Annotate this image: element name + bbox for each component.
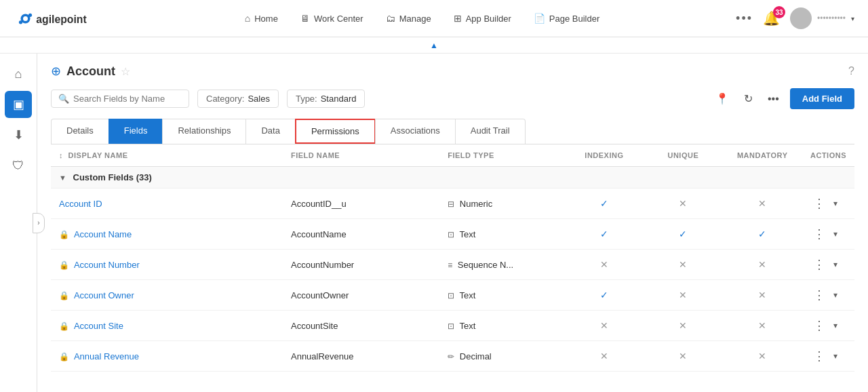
help-icon[interactable]: ? xyxy=(848,65,854,77)
section-toggle-icon[interactable]: ▼ xyxy=(59,174,66,182)
row-expand-button[interactable]: ▾ xyxy=(831,258,840,271)
svg-point-2 xyxy=(28,13,32,16)
field-name-cell: AnnualRevenue xyxy=(283,341,439,372)
col-unique: UNIQUE xyxy=(644,144,722,167)
nav-app-builder[interactable]: ⊞ App Builder xyxy=(444,9,521,28)
actions-cell: ⋮ ▾ xyxy=(802,250,854,280)
col-mandatory: MANDATORY xyxy=(722,144,802,167)
tab-details[interactable]: Details xyxy=(51,119,109,144)
nav-page-builder[interactable]: 📄 Page Builder xyxy=(524,9,609,28)
display-name-cell: 🔒 Account Name xyxy=(51,219,283,250)
page-builder-icon: 📄 xyxy=(534,13,545,24)
nav-more-button[interactable]: ••• xyxy=(736,12,753,26)
tab-audit-trail[interactable]: Audit Trail xyxy=(455,119,526,144)
sidebar-item-download[interactable]: ⬇ xyxy=(5,121,32,149)
account-owner-link[interactable]: Account Owner xyxy=(74,290,134,300)
search-wrap: 🔍 xyxy=(51,90,189,108)
x-icon: ✕ xyxy=(600,320,608,331)
unique-cell: ✕ xyxy=(644,311,722,341)
row-expand-button[interactable]: ▾ xyxy=(831,350,840,362)
search-icon: 🔍 xyxy=(58,94,69,104)
row-more-button[interactable]: ⋮ xyxy=(810,225,828,243)
user-menu[interactable]: •••••••••• ▾ xyxy=(790,7,854,29)
type-value: Standard xyxy=(321,94,357,104)
col-field-name: FIELD NAME xyxy=(283,144,439,167)
notifications-bell[interactable]: 🔔 33 xyxy=(763,10,780,26)
sidebar-item-fields[interactable]: ▣ xyxy=(5,91,32,118)
tab-associations[interactable]: Associations xyxy=(375,119,456,144)
unique-cell: ✕ xyxy=(644,250,722,280)
row-more-button[interactable]: ⋮ xyxy=(810,286,828,304)
display-name-cell: 🔒 Account Site xyxy=(51,311,283,341)
category-label: Category: xyxy=(206,94,244,104)
display-name-cell: 🔒 Account Number xyxy=(51,250,283,280)
account-site-link[interactable]: Account Site xyxy=(74,321,123,331)
account-name-link[interactable]: Account Name xyxy=(74,229,132,239)
row-expand-button[interactable]: ▾ xyxy=(831,289,840,301)
avatar xyxy=(790,7,812,29)
tab-data[interactable]: Data xyxy=(245,119,295,144)
main-layout: ⌂ ▣ ⬇ 🛡 › ⊕ Account ☆ ? 🔍 xyxy=(0,54,868,392)
indexing-cell: ✕ xyxy=(565,341,644,372)
unique-cell: ✕ xyxy=(644,341,722,372)
toolbar: 🔍 Category: Sales Type: Standard 📍 ↻ •••… xyxy=(51,88,854,109)
refresh-button[interactable]: ↻ xyxy=(740,90,757,108)
row-expand-button[interactable]: ▾ xyxy=(831,228,840,240)
indexing-cell: ✓ xyxy=(565,219,644,250)
section-label: Custom Fields (33) xyxy=(73,172,152,182)
sidebar-item-shield[interactable]: 🛡 xyxy=(5,152,32,179)
x-icon: ✕ xyxy=(679,259,687,270)
field-type-cell: ⊡ Text xyxy=(439,219,564,250)
nav-page-builder-label: Page Builder xyxy=(549,14,599,24)
sidebar-item-home[interactable]: ⌂ xyxy=(5,60,32,87)
nav-manage[interactable]: 🗂 Manage xyxy=(376,9,441,28)
row-expand-button[interactable]: ▾ xyxy=(831,197,840,210)
mandatory-cell: ✕ xyxy=(722,189,802,219)
sidebar-collapse-button[interactable]: › xyxy=(33,213,45,233)
tab-permissions[interactable]: Permissions xyxy=(295,119,376,144)
annual-revenue-link[interactable]: Annual Revenue xyxy=(74,351,139,361)
category-filter[interactable]: Category: Sales xyxy=(197,90,279,108)
page-header: ⊕ Account ☆ ? xyxy=(51,64,854,79)
nav-home[interactable]: ⌂ Home xyxy=(235,9,288,28)
logo[interactable]: agilepoint xyxy=(14,7,108,31)
page-title-area: ⊕ Account ☆ xyxy=(51,64,130,79)
chevron-down-icon: ▾ xyxy=(851,15,854,22)
favorite-star-icon[interactable]: ☆ xyxy=(121,65,130,78)
row-expand-button[interactable]: ▾ xyxy=(831,319,840,332)
main-content: ⊕ Account ☆ ? 🔍 Category: Sales Type: St… xyxy=(37,54,868,392)
add-field-button[interactable]: Add Field xyxy=(790,88,854,109)
actions-cell: ⋮ ▾ xyxy=(802,341,854,372)
account-id-link[interactable]: Account ID xyxy=(59,199,102,209)
collapse-bar[interactable]: ▲ xyxy=(0,37,868,54)
display-name-cell: Account ID xyxy=(51,189,283,219)
check-icon: ✓ xyxy=(679,229,687,239)
check-icon: ✓ xyxy=(600,198,608,209)
sort-icon[interactable]: ↕ xyxy=(59,151,63,159)
page-type-icon: ⊕ xyxy=(51,64,61,79)
numeric-icon: ⊟ xyxy=(448,199,454,209)
nav-app-builder-label: App Builder xyxy=(466,14,511,24)
check-icon: ✓ xyxy=(600,229,608,239)
row-more-button[interactable]: ⋮ xyxy=(810,317,828,334)
location-button[interactable]: 📍 xyxy=(711,90,733,108)
type-filter[interactable]: Type: Standard xyxy=(287,90,366,108)
nav-work-center[interactable]: 🖥 Work Center xyxy=(291,9,373,28)
row-more-button[interactable]: ⋮ xyxy=(810,256,828,273)
account-number-link[interactable]: Account Number xyxy=(74,260,140,270)
search-input[interactable] xyxy=(73,94,182,104)
field-name-cell: AccountID__u xyxy=(283,189,439,219)
tab-relationships[interactable]: Relationships xyxy=(162,119,246,144)
table-header-row: ↕ DISPLAY NAME FIELD NAME FIELD TYPE IND… xyxy=(51,144,854,167)
manage-icon: 🗂 xyxy=(386,13,395,24)
actions-cell: ⋮ ▾ xyxy=(802,311,854,341)
x-icon: ✕ xyxy=(758,259,766,270)
row-more-button[interactable]: ⋮ xyxy=(810,347,828,365)
more-options-button[interactable]: ••• xyxy=(764,90,783,108)
row-more-button[interactable]: ⋮ xyxy=(810,195,828,212)
indexing-cell: ✓ xyxy=(565,280,644,311)
x-icon: ✕ xyxy=(758,320,766,331)
svg-point-1 xyxy=(23,16,28,21)
field-name-cell: AccountOwner xyxy=(283,280,439,311)
tab-fields[interactable]: Fields xyxy=(108,119,163,144)
